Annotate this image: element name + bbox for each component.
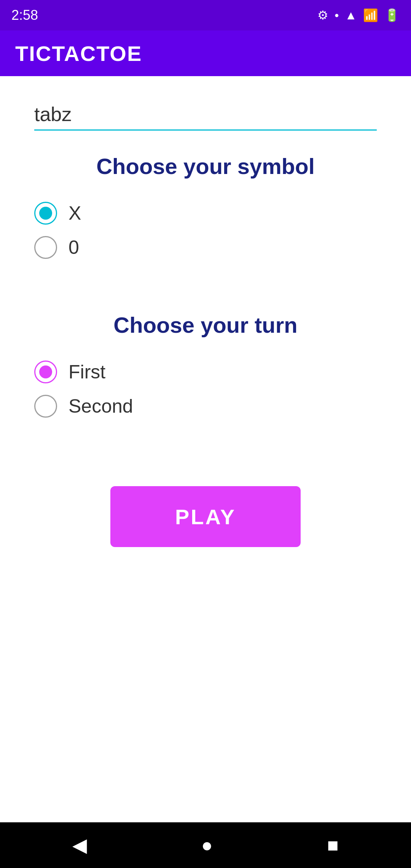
turn-section: Choose your turn First Second bbox=[34, 312, 377, 448]
symbol-x-radio-outer bbox=[34, 202, 57, 225]
symbol-o-label: 0 bbox=[68, 236, 79, 258]
symbol-x-radio-inner bbox=[39, 207, 52, 220]
username-container bbox=[34, 99, 377, 131]
nav-bar: ◀ ● ■ bbox=[0, 822, 411, 868]
settings-icon: ⚙ bbox=[317, 8, 328, 22]
back-button[interactable]: ◀ bbox=[57, 830, 102, 860]
main-content: Choose your symbol X 0 Choose your turn bbox=[0, 76, 411, 822]
wifi-icon: ▲ bbox=[345, 8, 357, 22]
choose-turn-title: Choose your turn bbox=[113, 312, 297, 338]
turn-second-radio-outer bbox=[34, 395, 57, 418]
play-button[interactable]: PLAY bbox=[110, 486, 301, 547]
symbol-section: Choose your symbol X 0 bbox=[34, 153, 377, 289]
status-time: 2:58 bbox=[11, 7, 38, 23]
status-bar: 2:58 ⚙ • ▲ 📶 🔋 bbox=[0, 0, 411, 30]
username-input[interactable] bbox=[34, 99, 377, 131]
home-button[interactable]: ● bbox=[186, 830, 228, 860]
signal-icon: 📶 bbox=[363, 8, 378, 22]
symbol-o-option[interactable]: 0 bbox=[34, 236, 377, 259]
turn-first-label: First bbox=[68, 361, 105, 383]
turn-second-option[interactable]: Second bbox=[34, 395, 377, 418]
recent-button[interactable]: ■ bbox=[312, 830, 354, 860]
turn-first-radio-inner bbox=[39, 365, 52, 378]
symbol-x-option[interactable]: X bbox=[34, 202, 377, 225]
symbol-x-label: X bbox=[68, 202, 81, 224]
app-bar: TICTACTOE bbox=[0, 30, 411, 76]
turn-first-radio-outer bbox=[34, 361, 57, 383]
turn-radio-group: First Second bbox=[34, 361, 377, 418]
status-icons: ⚙ • ▲ 📶 🔋 bbox=[317, 8, 400, 22]
dot-icon: • bbox=[335, 8, 339, 22]
battery-icon: 🔋 bbox=[384, 8, 400, 22]
app-title: TICTACTOE bbox=[15, 41, 142, 66]
turn-second-label: Second bbox=[68, 395, 133, 417]
symbol-radio-group: X 0 bbox=[34, 202, 377, 259]
choose-symbol-title: Choose your symbol bbox=[96, 153, 315, 179]
turn-first-option[interactable]: First bbox=[34, 361, 377, 383]
symbol-o-radio-outer bbox=[34, 236, 57, 259]
